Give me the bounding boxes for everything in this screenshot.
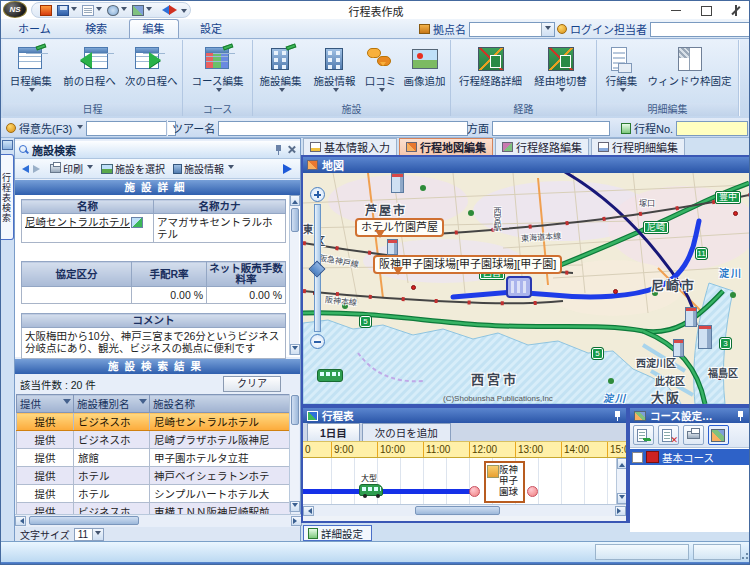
maximize-button[interactable] xyxy=(691,1,721,19)
zoom-slider-handle[interactable] xyxy=(309,261,326,278)
send-right-icon[interactable] xyxy=(283,164,297,174)
font-size-combo[interactable]: 11 xyxy=(74,528,104,541)
back-icon[interactable] xyxy=(18,165,29,173)
delete-course-button[interactable] xyxy=(658,425,679,445)
building-icon xyxy=(325,48,343,70)
prev-schedule-button[interactable]: 前の日程へ xyxy=(59,42,121,89)
route-handle[interactable] xyxy=(469,486,480,497)
filter-icon[interactable] xyxy=(139,399,147,408)
route-handle[interactable] xyxy=(527,486,538,497)
koshien-stadium-marker[interactable] xyxy=(506,276,532,298)
direction-input[interactable] xyxy=(492,121,610,136)
course-item[interactable]: 基本コース xyxy=(630,449,749,465)
table-row[interactable]: 提供旅館甲子園ホテルタ立荘 xyxy=(17,449,291,467)
col-type[interactable]: 施設種別名 xyxy=(74,395,150,413)
callout-hotel-takezono[interactable]: ホテル竹園芦屋 xyxy=(355,218,444,237)
tab-home[interactable]: ホーム xyxy=(5,20,64,39)
zoom-out-button[interactable] xyxy=(310,334,325,349)
table-row[interactable]: 提供ビジネスホ尼崎プラザホテル阪神尼 xyxy=(17,431,291,449)
select-facility-button[interactable]: 施設を選択 xyxy=(99,160,167,177)
facility-edit-button[interactable]: 施設編集 xyxy=(254,42,308,97)
map-zoom-control[interactable] xyxy=(310,187,325,349)
status-cell-1 xyxy=(595,544,689,560)
tab-detail-edit[interactable]: 行程明細編集 xyxy=(591,138,685,155)
facility-info-toolbar-button[interactable]: 施設情報 xyxy=(171,160,236,177)
show-on-map-button[interactable] xyxy=(708,425,729,445)
map-link-icon[interactable] xyxy=(131,217,143,228)
day1-tab[interactable]: 1日目 xyxy=(307,423,360,441)
filter-icon[interactable] xyxy=(63,399,71,408)
callout-koshien-stadium[interactable]: 阪神甲子園球場[甲子園球場][甲子園] xyxy=(373,255,562,274)
print-course-button[interactable] xyxy=(683,425,704,445)
freeze-panes-button[interactable]: ウィンドウ枠固定 xyxy=(644,42,736,89)
tab-settings[interactable]: 設定 xyxy=(187,20,235,39)
add-course-button[interactable] xyxy=(633,425,654,445)
resize-grip[interactable] xyxy=(739,550,749,560)
table-row[interactable]: 提供ホテル神戸ベイシェラトンホテ xyxy=(17,467,291,485)
col-provider[interactable]: 提供 xyxy=(17,395,74,413)
tour-name-field: ツアー名 xyxy=(172,120,468,136)
tab-basic-info[interactable]: 基本情報入力 xyxy=(303,138,397,155)
facility-kana-value: アマガサキセントラルホテル xyxy=(154,214,286,243)
tab-route-edit[interactable]: 行程経路編集 xyxy=(495,138,589,155)
timeline-body[interactable]: 大型 阪神甲子園球 xyxy=(303,458,626,504)
status-cell-2 xyxy=(693,544,741,560)
detail-scrollbar[interactable] xyxy=(289,195,299,355)
course-checkbox[interactable] xyxy=(632,452,643,463)
route-detail-button[interactable]: 行程経路詳細 xyxy=(454,42,528,89)
customer-input[interactable] xyxy=(86,121,176,136)
tab-edit[interactable]: 編集 xyxy=(129,19,179,38)
review-button[interactable]: 口コミ xyxy=(362,42,400,97)
login-input[interactable] xyxy=(650,22,750,37)
print-button[interactable]: 印刷 xyxy=(48,160,95,177)
facility-name-link[interactable]: 尼崎セントラルホテル xyxy=(22,214,154,243)
waypoint-switch-button[interactable]: 経由地切替 xyxy=(528,42,594,97)
sign-amagasaki: 尼崎 xyxy=(643,221,669,234)
timeline-vscrollbar[interactable] xyxy=(616,458,626,504)
course-edit-button[interactable]: コース編集 xyxy=(187,42,249,97)
map-canvas[interactable]: 芦屋市 塚口 東 区 西宮駅 東海道本線 阪急神戸線 阪神本線 尼崎市 西宮市 … xyxy=(303,173,749,404)
netfee-value: 0.00 % xyxy=(207,287,286,304)
event-koshien[interactable]: 阪神甲子園球 xyxy=(484,461,525,503)
detail-settings-tab[interactable]: 詳細設定 xyxy=(303,525,372,541)
close-panel-icon[interactable] xyxy=(287,145,296,154)
add-image-button[interactable]: 画像追加 xyxy=(400,42,450,89)
itinerary-search-vertical-tab[interactable]: 行程表検索 xyxy=(1,154,14,240)
dock-window-icon[interactable] xyxy=(2,140,13,150)
zoom-slider-track[interactable] xyxy=(314,204,321,332)
tour-name-input[interactable] xyxy=(218,121,468,136)
pin-icon[interactable] xyxy=(613,411,622,421)
pin-icon[interactable] xyxy=(736,411,745,421)
forward-icon[interactable] xyxy=(33,165,44,173)
login-user-icon xyxy=(557,24,567,34)
col-name[interactable]: 施設名称 xyxy=(150,395,291,413)
group-course: コース編集 コース xyxy=(183,40,253,116)
route-icon xyxy=(548,47,574,71)
green-left-arrow-icon xyxy=(72,52,92,68)
add-day-tab[interactable]: 次の日を追加 xyxy=(362,423,451,441)
base-name-combo[interactable] xyxy=(469,22,555,37)
clear-button[interactable]: クリア xyxy=(223,376,281,392)
facility-info-button[interactable]: 施設情報 xyxy=(308,42,362,97)
timeline-hscrollbar[interactable] xyxy=(303,504,626,516)
table-row[interactable]: 提供ビジネスホ尼崎セントラルホテル xyxy=(17,413,291,431)
row-edit-button[interactable]: 行編集 xyxy=(600,42,644,97)
group-detail-edit: 行編集 ウィンドウ枠固定 明細編集 xyxy=(597,40,739,116)
schedule-edit-button[interactable]: 日程編集 xyxy=(3,42,59,97)
pin-icon[interactable] xyxy=(274,145,283,155)
minimize-button[interactable] xyxy=(661,1,691,19)
itinerary-no-input[interactable] xyxy=(676,121,748,136)
bus-icon[interactable] xyxy=(359,484,383,496)
close-button[interactable] xyxy=(721,1,750,19)
results-scrollbar[interactable] xyxy=(289,394,299,512)
shield-route5b: 5 xyxy=(591,347,604,360)
group-label-facility: 施設 xyxy=(253,103,450,116)
next-schedule-button[interactable]: 次の日程へ xyxy=(120,42,182,89)
font-size-label: 文字サイズ xyxy=(20,527,70,542)
results-hscrollbar[interactable] xyxy=(15,514,302,526)
tab-map-edit[interactable]: 行程地図編集 xyxy=(399,138,493,155)
table-row[interactable]: 提供ホテルシンプルハートホテル大 xyxy=(17,485,291,503)
tab-search[interactable]: 検索 xyxy=(72,20,120,39)
zoom-in-button[interactable] xyxy=(310,187,325,202)
route-line[interactable] xyxy=(303,489,475,494)
